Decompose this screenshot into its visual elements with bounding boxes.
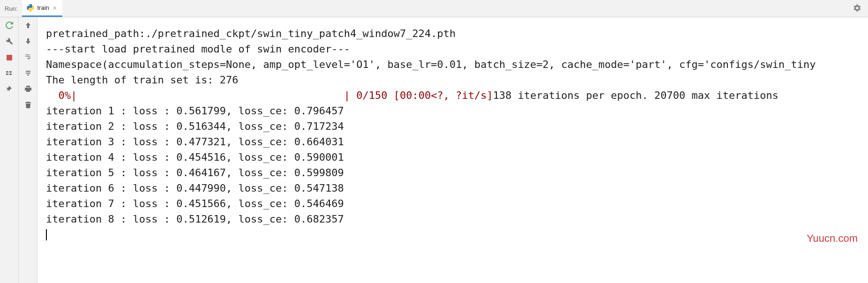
progress-bar: | 0/150 [00:00<?, ?it/s] bbox=[77, 89, 493, 101]
console-line: iteration 2 : loss : 0.516344, loss_ce: … bbox=[46, 120, 344, 132]
console-line: iteration 1 : loss : 0.561799, loss_ce: … bbox=[46, 105, 344, 117]
svg-rect-2 bbox=[9, 71, 12, 73]
stop-button[interactable] bbox=[4, 52, 15, 63]
console-line: iteration 3 : loss : 0.477321, loss_ce: … bbox=[46, 136, 344, 148]
console-line: iteration 7 : loss : 0.451566, loss_ce: … bbox=[46, 198, 344, 209]
pin-icon bbox=[6, 85, 13, 94]
gear-icon bbox=[853, 4, 861, 14]
scroll-end-icon bbox=[24, 69, 32, 78]
console-line: ---start load pretrained modle of swin e… bbox=[46, 43, 350, 55]
layout-button[interactable] bbox=[4, 68, 15, 79]
svg-rect-1 bbox=[6, 74, 8, 75]
tab-train[interactable]: train × bbox=[22, 0, 62, 17]
console-output[interactable]: pretrained_path:./pretrained_ckpt/swin_t… bbox=[37, 17, 868, 283]
rerun-icon bbox=[6, 22, 13, 30]
progress-tail: 138 iterations per epoch. 20700 max iter… bbox=[493, 89, 778, 101]
close-icon[interactable]: × bbox=[52, 5, 58, 11]
softwrap-button[interactable] bbox=[22, 52, 34, 63]
console-line: The length of train set is: 276 bbox=[46, 74, 239, 86]
console-line: pretrained_path:./pretrained_ckpt/swin_t… bbox=[46, 28, 456, 39]
arrow-down-icon bbox=[24, 37, 32, 46]
softwrap-icon bbox=[24, 53, 32, 62]
progress-pct: 0%| bbox=[46, 89, 77, 101]
wrench-button[interactable] bbox=[4, 36, 15, 47]
arrow-up-icon bbox=[24, 22, 32, 30]
scroll-to-end-button[interactable] bbox=[22, 68, 34, 79]
console-line: iteration 8 : loss : 0.512619, loss_ce: … bbox=[46, 213, 344, 225]
print-button[interactable] bbox=[22, 84, 34, 95]
tab-title: train bbox=[37, 4, 49, 11]
print-icon bbox=[24, 85, 32, 94]
layout-icon bbox=[6, 69, 13, 78]
run-label: Run: bbox=[5, 5, 17, 12]
svg-rect-0 bbox=[6, 71, 8, 73]
console-line: iteration 5 : loss : 0.464167, loss_ce: … bbox=[46, 167, 344, 179]
stop-icon bbox=[7, 55, 12, 60]
wrench-icon bbox=[6, 37, 13, 46]
rerun-button[interactable] bbox=[4, 20, 15, 31]
svg-rect-3 bbox=[9, 74, 12, 75]
trash-button[interactable] bbox=[22, 100, 34, 111]
trash-icon bbox=[24, 101, 32, 110]
left-gutter bbox=[0, 17, 19, 283]
arrow-down-button[interactable] bbox=[22, 36, 34, 47]
console-line: iteration 4 : loss : 0.454516, loss_ce: … bbox=[46, 151, 344, 163]
input-caret bbox=[46, 229, 47, 240]
arrow-up-button[interactable] bbox=[22, 20, 34, 31]
second-gutter bbox=[19, 17, 37, 283]
python-icon bbox=[27, 4, 34, 12]
pin-button[interactable] bbox=[4, 84, 15, 95]
console-line: Namespace(accumulation_steps=None, amp_o… bbox=[46, 59, 816, 70]
settings-button[interactable] bbox=[853, 4, 861, 14]
run-header: Run: train × bbox=[0, 0, 868, 17]
console-line: iteration 6 : loss : 0.447990, loss_ce: … bbox=[46, 182, 344, 194]
